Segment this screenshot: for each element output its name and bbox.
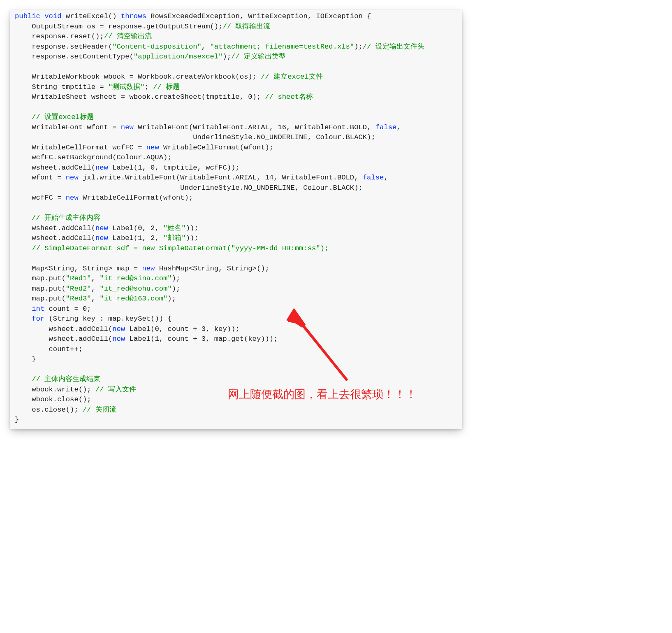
screenshot-root: public void writeExcel() throws RowsExce… — [10, 10, 462, 429]
code-content: public void writeExcel() throws RowsExce… — [15, 12, 457, 425]
annotation-text: 网上随便截的图，看上去很繁琐！！！ — [228, 387, 417, 402]
code-block-card: public void writeExcel() throws RowsExce… — [10, 10, 462, 429]
